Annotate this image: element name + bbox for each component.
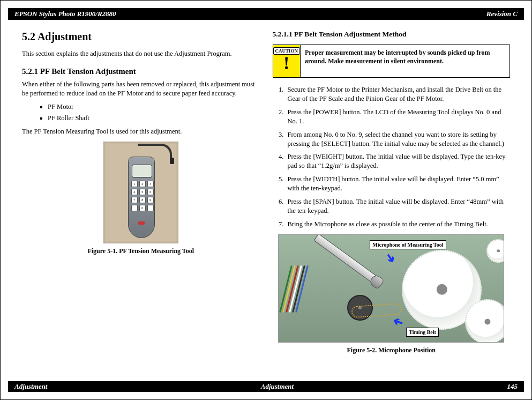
list-item: PF Motor: [48, 102, 260, 112]
small-gear: [486, 239, 504, 263]
tool-body: 1 2 3 4 5 6 7 8 9 0: [128, 157, 155, 238]
figure-5-2: Microphone of Measuring Tool ➔ Timing Be…: [273, 234, 511, 354]
key: 8: [139, 197, 146, 203]
figure-5-1: 1 2 3 4 5 6 7 8 9 0 Fi: [22, 142, 260, 255]
subsubsection-heading: 5.2.1.1 PF Belt Tension Adjustment Metho…: [273, 29, 511, 39]
key: 0: [139, 205, 146, 211]
key: 3: [147, 181, 154, 187]
medium-gear: [465, 299, 504, 343]
list-item: PF Roller Shaft: [48, 114, 260, 123]
procedure-steps: Secure the PF Motor to the Printer Mecha…: [273, 85, 511, 228]
step-item: Press the [SPAN] button. The initial val…: [286, 197, 511, 216]
step-item: Press the [POWER] button. The LCD of the…: [286, 108, 511, 126]
header-bar: EPSON Stylus Photo R1900/R2880 Revision …: [8, 8, 524, 20]
tool-red-button: [138, 221, 145, 225]
paragraph: The PF Tension Measuring Tool is used fo…: [22, 127, 260, 136]
mechanism-image: Microphone of Measuring Tool ➔ Timing Be…: [278, 234, 504, 343]
arrow-icon: ➔: [381, 249, 400, 266]
step-item: From among No. 0 to No. 9, select the ch…: [286, 130, 511, 149]
footer-center: Adjustment: [261, 382, 294, 391]
figure-caption: Figure 5-1. PF Tension Measuring Tool: [22, 247, 260, 255]
callout-microphone: Microphone of Measuring Tool: [370, 240, 446, 250]
wire-bundle: [282, 265, 330, 318]
tool-plug: [170, 158, 174, 164]
tool-screen: [132, 165, 152, 177]
figure-caption: Figure 5-2. Microphone Position: [273, 346, 511, 354]
intro-paragraph: This section explains the adjustments th…: [22, 49, 260, 58]
left-column: 5.2 Adjustment This section explains the…: [22, 29, 260, 354]
paragraph: When either of the following parts has b…: [22, 80, 260, 98]
step-item: Bring the Microphone as close as possibl…: [286, 220, 511, 229]
key: 9: [147, 197, 154, 203]
arrow-icon: ➔: [391, 313, 406, 331]
caution-text: Proper measurement may be interrupted by…: [301, 45, 509, 77]
key: 4: [131, 189, 138, 195]
step-item: Secure the PF Motor to the Printer Mecha…: [286, 85, 511, 103]
bullet-list: PF Motor PF Roller Shaft: [48, 102, 260, 123]
section-heading: 5.2 Adjustment: [22, 29, 260, 44]
right-column: 5.2.1.1 PF Belt Tension Adjustment Metho…: [273, 29, 511, 354]
header-right: Revision C: [486, 10, 518, 18]
key: [131, 205, 138, 211]
key: 5: [139, 189, 146, 195]
subsection-heading: 5.2.1 PF Belt Tension Adjustment: [22, 66, 260, 77]
footer-bar: Adjustment Adjustment 145: [8, 381, 524, 392]
caution-box: CAUTION ! Proper measurement may be inte…: [273, 45, 511, 78]
tension-tool-image: 1 2 3 4 5 6 7 8 9 0: [103, 142, 178, 243]
callout-timing-belt: Timing Belt: [406, 328, 439, 337]
key: 2: [139, 181, 146, 187]
key: 7: [131, 197, 138, 203]
tool-keypad: 1 2 3 4 5 6 7 8 9 0: [131, 181, 152, 211]
step-item: Press the [WIDTH] button. The initial va…: [286, 175, 511, 193]
key: 1: [131, 181, 138, 187]
step-item: Press the [WEIGHT] button. The initial v…: [286, 152, 511, 171]
footer-left: Adjustment: [14, 382, 47, 391]
caution-label: CAUTION !: [273, 45, 301, 77]
key: [147, 205, 154, 211]
key: 6: [147, 189, 154, 195]
header-left: EPSON Stylus Photo R1900/R2880: [14, 10, 116, 18]
microphone-tip: [369, 273, 385, 290]
exclamation-icon: !: [283, 55, 289, 71]
page-content: 5.2 Adjustment This section explains the…: [1, 20, 531, 354]
footer-right: 145: [507, 382, 518, 391]
